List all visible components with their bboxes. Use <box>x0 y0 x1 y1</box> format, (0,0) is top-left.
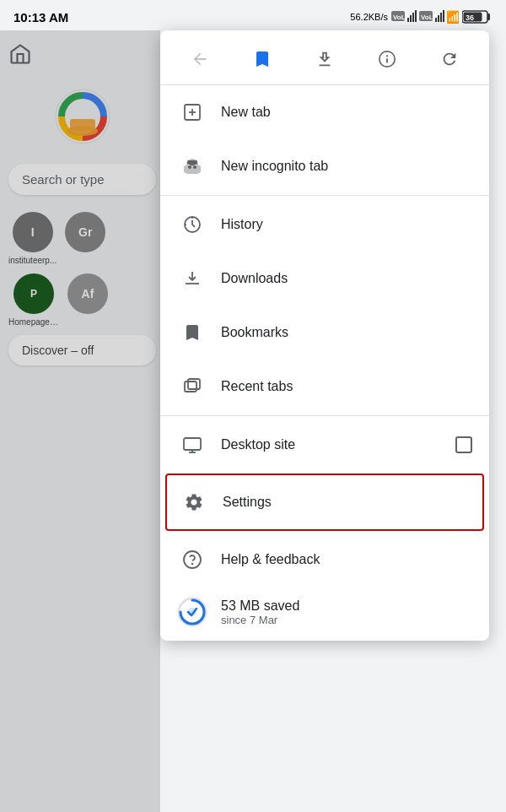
help-item[interactable]: Help & feedback <box>160 533 489 587</box>
dropdown-menu: New tab New incognito tab Hist <box>160 30 489 641</box>
speed-indicator: 56.2KB/s <box>350 12 388 22</box>
svg-rect-10 <box>440 13 442 22</box>
desktop-site-checkbox[interactable] <box>455 436 472 453</box>
divider-1 <box>160 195 489 196</box>
battery-icon: 36 <box>462 9 493 24</box>
svg-text:36: 36 <box>466 14 474 22</box>
recent-tabs-icon <box>177 371 207 402</box>
incognito-icon <box>177 151 207 181</box>
status-time: 10:13 AM <box>13 10 68 24</box>
bookmarks-item[interactable]: Bookmarks <box>160 306 489 360</box>
svg-rect-2 <box>407 18 409 22</box>
svg-rect-14 <box>487 14 490 20</box>
status-bar: 10:13 AM 56.2KB/s VoLTE VoLTE <box>0 0 506 30</box>
svg-rect-34 <box>185 382 196 392</box>
svg-rect-5 <box>415 10 417 22</box>
refresh-button[interactable] <box>433 42 466 76</box>
savings-amount: 53 MB saved <box>221 598 299 614</box>
savings-item[interactable]: 53 MB saved since 7 Mar <box>160 587 489 641</box>
svg-point-29 <box>193 165 196 169</box>
svg-rect-4 <box>412 13 414 22</box>
svg-rect-9 <box>438 15 439 22</box>
bookmarks-label: Bookmarks <box>221 325 472 340</box>
history-icon <box>177 209 207 240</box>
svg-rect-30 <box>187 160 197 163</box>
recent-tabs-item[interactable]: Recent tabs <box>160 360 489 414</box>
downloads-icon <box>177 263 207 294</box>
background-overlay <box>0 30 160 812</box>
new-incognito-item[interactable]: New incognito tab <box>160 139 489 193</box>
help-icon <box>177 544 207 575</box>
svg-rect-36 <box>184 438 201 450</box>
toolbar-row <box>160 30 489 85</box>
downloads-label: Downloads <box>221 271 472 286</box>
bookmarks-icon <box>177 317 207 348</box>
svg-rect-3 <box>410 15 412 22</box>
new-tab-label: New tab <box>221 105 472 120</box>
svg-rect-8 <box>435 18 437 22</box>
savings-since: since 7 Mar <box>221 614 299 626</box>
history-item[interactable]: History <box>160 198 489 252</box>
desktop-site-label: Desktop site <box>221 437 455 452</box>
svg-rect-11 <box>443 10 444 22</box>
desktop-site-item[interactable]: Desktop site <box>160 418 489 472</box>
savings-text: 53 MB saved since 7 Mar <box>221 598 299 626</box>
new-tab-icon <box>177 97 207 127</box>
history-label: History <box>221 217 472 232</box>
status-icons: 56.2KB/s VoLTE VoLTE � <box>350 9 493 24</box>
svg-point-28 <box>188 165 191 169</box>
signal-icons: VoLTE VoLTE 📶 <box>391 9 459 24</box>
svg-point-39 <box>184 551 201 568</box>
help-label: Help & feedback <box>221 552 472 567</box>
downloads-item[interactable]: Downloads <box>160 252 489 306</box>
desktop-icon <box>177 430 207 460</box>
back-button[interactable] <box>183 42 217 76</box>
info-button[interactable] <box>370 42 404 76</box>
settings-label: Settings <box>223 495 471 510</box>
svg-text:📶: 📶 <box>446 10 459 24</box>
new-tab-item[interactable]: New tab <box>160 85 489 139</box>
download-button[interactable] <box>308 42 342 76</box>
settings-icon <box>179 487 209 517</box>
settings-item[interactable]: Settings <box>165 474 484 531</box>
svg-rect-35 <box>188 379 200 389</box>
recent-tabs-label: Recent tabs <box>221 379 472 394</box>
savings-icon <box>177 597 207 627</box>
bookmark-button[interactable] <box>245 42 279 76</box>
incognito-label: New incognito tab <box>221 159 472 174</box>
divider-2 <box>160 415 489 416</box>
